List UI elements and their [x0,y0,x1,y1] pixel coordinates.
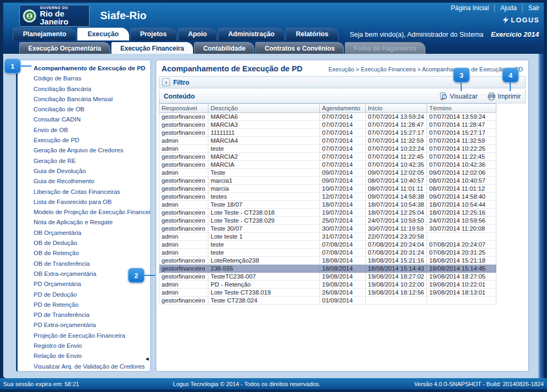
sidebar-item[interactable]: Conciliação Bancária Mensal [18,94,150,104]
table-column-header[interactable]: Agendamento [320,104,366,113]
table-cell: 19/08/2014 18:12:56 [366,289,427,297]
sub-tab-item[interactable]: Execução Orçamentária [19,42,110,54]
table-row[interactable]: gestorfinanceiroLoteRetenção23818/08/201… [159,257,496,265]
sidebar-item[interactable]: Conciliação de OB [18,104,150,115]
sidebar-item[interactable]: Guia de Recolhimento [18,176,150,186]
table-cell [427,233,496,241]
callout-4-line [510,82,511,91]
sidebar-item[interactable]: Guia de Devolução [18,166,150,176]
sidebar-item[interactable]: PD de Dedução [18,290,150,300]
table-row[interactable]: adminteste07/08/201407/08/2014 20:31:240… [159,249,496,257]
main-tab-item[interactable]: Relatórios [286,28,339,40]
table-cell: 07/07/2014 11:32:59 [366,137,427,145]
table-column-header[interactable]: Término [427,104,496,113]
sidebar-item[interactable]: Geração de RE [18,156,150,166]
table-column-header[interactable]: Responsável [159,104,208,113]
table-row[interactable]: adminPD - Retenção19/08/201419/08/2014 1… [159,281,496,289]
sub-tab-item[interactable]: Execução Financeira [111,42,193,54]
table-row[interactable]: gestorfinanceiroTeste 30/0730/07/201430/… [159,225,496,233]
table-row[interactable]: gestorfinanceiroLote Teste - CT238.02925… [159,217,496,225]
sidebar-item[interactable]: Nota de Aplicação e Resgate [18,217,150,227]
visualize-button-label: Visualizar [450,93,478,100]
main-tab-item[interactable]: Administração [218,28,285,40]
sidebar-item[interactable]: OB Orçamentária [18,228,150,238]
table-row[interactable]: gestorfinanceiroMARCIA207/07/201407/07/2… [159,153,496,161]
sidebar-item[interactable]: Consultar CADIN [18,115,150,125]
table-row[interactable]: adminLote Teste CT238.01926/08/201419/08… [159,289,496,297]
government-logo: GOVERNO DO Rio de Janeiro [19,5,90,27]
main-tab-item[interactable]: Execução [77,28,128,40]
table-row[interactable]: gestorfinanceiroLote Teste - CT238.01819… [159,209,496,217]
sidebar-item[interactable]: Lista de Favorecido para OB [18,197,150,207]
sidebar-item[interactable]: Modelo de Projeção de Execução Financeir… [18,207,150,217]
table-row[interactable]: gestorfinanceiroTeste CT238.02401/09/201… [159,297,496,305]
sidebar-item[interactable]: Projeção de Execução Financeira [18,331,150,341]
content-area: Acompanhamento de Execução de PDCódigo d… [3,54,544,378]
copyright-text: Logus Tecnologia © 2014 - Todos os direi… [173,381,320,387]
sidebar-collapse-handle[interactable]: ◄ [144,355,150,363]
sidebar-item[interactable]: OB de Retenção [18,248,150,258]
help-link[interactable]: Ajuda [500,4,517,12]
sidebar-item[interactable]: Envio de OB [18,125,150,135]
table-cell: testes [208,193,320,201]
sidebar-item[interactable]: PD de Retenção [18,300,150,310]
table-row[interactable]: gestorfinanceiro238-55518/08/201418/08/2… [159,265,496,273]
main-tab-item[interactable]: Apoio [178,28,217,40]
main-tab-item[interactable]: Projetos [130,28,177,40]
table-cell: gestorfinanceiro [159,273,208,281]
print-button[interactable]: Imprimir [487,92,521,101]
table-row[interactable]: adminteste07/07/201407/07/2014 10:22:240… [159,145,496,153]
table-row[interactable]: gestorfinanceirotestes12/07/201409/07/20… [159,193,496,201]
table-cell: 01/09/2014 [320,297,366,305]
sidebar-item[interactable]: PD de Transferência [18,310,150,320]
table-cell: admin [159,145,208,153]
table-row[interactable]: gestorfinanceiroMARCIA307/07/201407/07/2… [159,121,496,129]
logout-link[interactable]: Sair [528,4,540,12]
sidebar-item[interactable]: Liberação de Cotas Financeiras [18,187,150,197]
table-row[interactable]: gestorfinanceiroMARCIA607/07/201407/07/2… [159,113,496,121]
table-cell: MARCIA [208,161,320,169]
table-cell: Lote teste 1 [208,233,320,241]
breadcrumb[interactable]: Execução > Execução Financeira > Acompan… [328,66,523,72]
home-link[interactable]: Página Inicial [451,4,489,12]
visualize-button[interactable]: Visualizar [439,92,478,101]
table-cell: 30/07/2014 [320,225,366,233]
sub-tab-item[interactable]: Contratos e Convênios [255,42,343,54]
sub-tab-item[interactable]: Contabilidade [194,42,254,54]
table-row[interactable]: gestorfinanceiroMARCIA07/07/201407/07/20… [159,161,496,169]
table-cell: admin [159,169,208,177]
sidebar-item[interactable]: Relação de Envio [18,351,150,361]
table-row[interactable]: adminteste07/08/201407/08/2014 20:24:040… [159,241,496,249]
table-row[interactable]: gestorfinanceiromarcia109/07/201408/07/2… [159,177,496,185]
table-cell: 18/08/2014 [320,265,366,273]
sidebar-item[interactable]: Conciliação Bancária [18,84,150,94]
sidebar-item[interactable]: Registro de Envio [18,341,150,351]
table-cell: admin [159,281,208,289]
table-cell: 18/08/2014 15:14:43 [366,265,427,273]
table-row[interactable]: gestorfinanceiroTesteTC238-00719/08/2014… [159,273,496,281]
brand-text: LOGUS [511,16,540,24]
exercise-year: Exercício 2014 [491,30,539,38]
logo-line2: Rio de Janeiro [40,10,89,26]
table-cell: gestorfinanceiro [159,185,208,193]
table-row[interactable]: adminMARCIA407/07/201407/07/2014 11:32:5… [159,137,496,145]
table-row[interactable]: adminTeste 18/0718/07/201418/07/2014 10:… [159,201,496,209]
table-row[interactable]: adminTeste09/07/201409/07/2014 12:02:050… [159,169,496,177]
sidebar-item[interactable]: OB de Transferência [18,259,150,269]
main-tab-item[interactable]: Planejamento [13,28,76,40]
sidebar-item[interactable]: Acompanhamento de Execução de PD [18,63,150,74]
table-row[interactable]: adminLote teste 131/07/201422/07/2014 23… [159,233,496,241]
table-row[interactable]: gestorfinanceiro1111111107/07/201407/07/… [159,129,496,137]
sidebar-item[interactable]: Código de Barras [18,74,150,84]
sidebar-item[interactable]: Visualizar Arq. de Validação de Credores [18,362,150,372]
table-column-header[interactable]: Início [366,104,427,113]
filter-expand-button[interactable]: › [162,78,170,86]
sidebar-item[interactable]: PD Extra-orçamentária [18,320,150,330]
sidebar-item[interactable]: OB de Dedução [18,238,150,248]
sidebar-item[interactable]: Geração de Arquivo de Credores [18,145,150,156]
callout-badge-4: 4 [502,68,519,83]
table-cell: 07/08/2014 20:31:24 [366,249,427,257]
sidebar-item[interactable]: Execução de PD [18,135,150,145]
table-column-header[interactable]: Descrição [208,104,320,113]
table-row[interactable]: gestorfinanceiromarcia10/07/201408/07/20… [159,185,496,193]
